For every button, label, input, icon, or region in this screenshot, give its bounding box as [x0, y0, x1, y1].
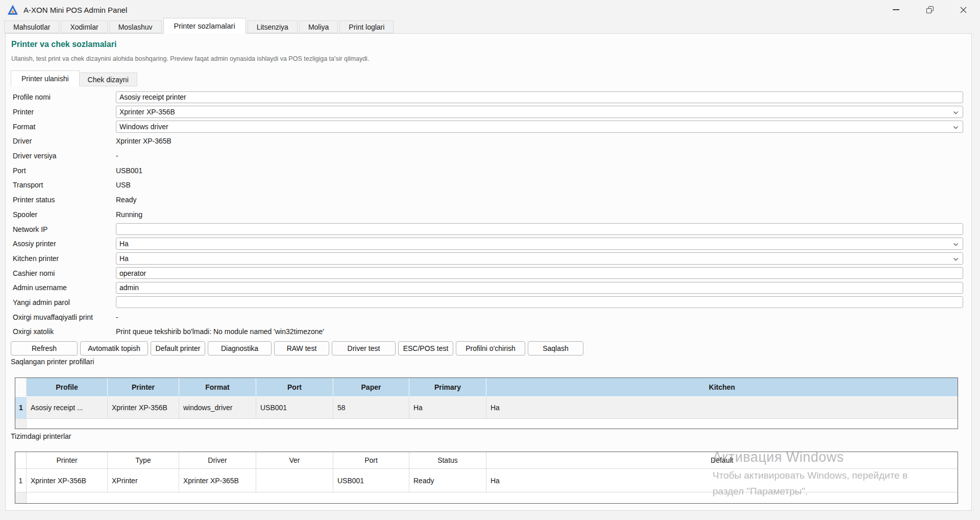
window-title: A-XON Mini POS Admin Panel [23, 6, 127, 14]
form-row: Network IP [13, 222, 963, 237]
table-cell[interactable]: windows_driver [179, 396, 256, 418]
form-control: USB001 [116, 163, 963, 178]
tab-print-loglari[interactable]: Print loglari [339, 20, 394, 33]
app-logo-icon [7, 4, 18, 15]
table-cell[interactable]: Xprinter XP-365B [179, 469, 256, 492]
admin-username-label: Admin username [13, 283, 116, 292]
tab-litsenziya[interactable]: Litsenziya [248, 20, 298, 33]
form-row: Yangi admin parol [13, 295, 963, 310]
minimize-icon [893, 9, 899, 10]
table-cell[interactable] [256, 469, 333, 492]
form-row: Admin username [13, 280, 963, 295]
table-cell[interactable]: Ready [409, 469, 486, 492]
yangi-admin-parol-input[interactable] [116, 296, 963, 308]
saved-profiles-table[interactable]: ProfilePrinterFormatPortPaperPrimaryKitc… [15, 377, 958, 429]
column-header-ver[interactable]: Ver [256, 452, 333, 469]
table-cell[interactable]: Ha [486, 469, 958, 492]
admin-username-input[interactable] [116, 282, 963, 294]
kitchen-printer-select[interactable]: Ha [116, 252, 963, 265]
row-header[interactable]: 1 [15, 469, 27, 492]
column-header-format[interactable]: Format [179, 378, 256, 396]
table-cell[interactable]: Xprinter XP-356B [108, 396, 179, 418]
tab-mahsulotlar[interactable]: Mahsulotlar [4, 20, 59, 33]
printer-settings-pane: Printer va chek sozlamalari Ulanish, tes… [5, 33, 972, 511]
refresh-button[interactable]: Refresh [11, 341, 78, 356]
titlebar: A-XON Mini POS Admin Panel [0, 0, 980, 19]
subtab-chek-dizayni[interactable]: Chek dizayni [79, 73, 137, 86]
column-header-default[interactable]: Default [486, 452, 958, 469]
system-printers-table[interactable]: PrinterTypeDriverVerPortStatusDefault1Xp… [15, 452, 958, 504]
restore-button[interactable] [913, 0, 946, 19]
default-printer-button[interactable]: Default printer [151, 341, 205, 356]
row-header[interactable]: 1 [15, 396, 27, 418]
raw-test-button[interactable]: RAW test [274, 341, 329, 356]
table-cell[interactable]: Ha [409, 396, 486, 418]
saqlash-button[interactable]: Saqlash [528, 341, 583, 356]
printer-subtabs: Printer ulanishiChek dizayni [11, 70, 137, 86]
table-cell[interactable]: USB001 [256, 396, 333, 418]
column-header-type[interactable]: Type [108, 452, 179, 469]
form-row: FormatWindows driver [13, 119, 963, 134]
row-header-empty [15, 418, 27, 429]
form-row: Oxirgi muvaffaqiyatli print- [13, 310, 963, 324]
profilni-o-chirish-button[interactable]: Profilni o'chirish [456, 341, 525, 356]
form-row: Kitchen printerHa [13, 251, 963, 266]
table-cell[interactable]: USB001 [333, 469, 409, 492]
column-header-status[interactable]: Status [409, 452, 486, 469]
table-cell[interactable]: Ha [486, 396, 958, 418]
page-subtitle: Ulanish, test print va chek dizaynini al… [11, 55, 369, 62]
diagnostika-button[interactable]: Diagnostika [208, 341, 272, 356]
tab-xodimlar[interactable]: Xodimlar [61, 20, 107, 33]
chevron-down-icon [953, 255, 959, 261]
form-control: Ha [116, 237, 963, 251]
tab-printer-sozlamalari[interactable]: Printer sozlamalari [163, 18, 246, 34]
network-ip-input[interactable] [116, 223, 963, 235]
column-header-port[interactable]: Port [256, 378, 333, 396]
minimize-button[interactable] [879, 0, 913, 19]
table-cell[interactable]: XPrinter [108, 469, 179, 492]
column-header-port[interactable]: Port [333, 452, 409, 469]
format-select[interactable]: Windows driver [116, 121, 963, 133]
driver-test-button[interactable]: Driver test [332, 341, 396, 356]
driver-value: Xprinter XP-365B [116, 137, 172, 145]
empty-row [27, 418, 958, 429]
column-header-kitchen[interactable]: Kitchen [486, 378, 958, 396]
form-control: Ready [116, 193, 963, 207]
esc-pos-test-button[interactable]: ESC/POS test [398, 341, 453, 356]
row-header-empty [15, 492, 27, 503]
cashier-nomi-input[interactable] [116, 267, 963, 279]
table-cell[interactable]: 58 [333, 396, 409, 418]
transport-value: USB [116, 181, 131, 189]
printer-select[interactable]: Xprinter XP-356B [116, 106, 963, 118]
column-header-printer[interactable]: Printer [27, 452, 108, 469]
profile-nomi-input[interactable] [116, 91, 963, 103]
asosiy-printer-select[interactable]: Ha [116, 238, 963, 250]
tab-moslashuv[interactable]: Moslashuv [109, 20, 162, 33]
column-header-profile[interactable]: Profile [27, 378, 108, 396]
close-icon [960, 7, 967, 13]
printer-form: Profile nomiPrinterXprinter XP-356BForma… [13, 90, 963, 339]
column-header-printer[interactable]: Printer [108, 378, 179, 396]
form-row: Asosiy printerHa [13, 237, 963, 251]
main-tabbar: MahsulotlarXodimlarMoslashuvPrinter sozl… [4, 19, 395, 33]
column-header-paper[interactable]: Paper [333, 378, 409, 396]
column-header-driver[interactable]: Driver [179, 452, 256, 469]
cashier-nomi-label: Cashier nomi [13, 269, 116, 277]
avtomatik-topish-button[interactable]: Avtomatik topish [80, 341, 148, 356]
kitchen-printer-label: Kitchen printer [13, 254, 116, 263]
table-cell[interactable]: Asosiy receipt ... [27, 396, 108, 418]
tab-moliya[interactable]: Moliya [299, 20, 338, 33]
form-row: PrinterXprinter XP-356B [13, 105, 963, 120]
spooler-value: Running [116, 210, 142, 219]
form-control: Ha [116, 251, 963, 266]
chevron-down-icon [953, 241, 959, 246]
subtab-printer-ulanishi[interactable]: Printer ulanishi [11, 70, 80, 86]
close-button[interactable] [946, 0, 980, 19]
form-control [116, 222, 963, 237]
form-row: Cashier nomi [13, 266, 963, 280]
form-row: Profile nomi [13, 90, 963, 105]
column-header-primary[interactable]: Primary [409, 378, 486, 396]
table-corner-cell [15, 452, 27, 469]
network-ip-label: Network IP [13, 225, 116, 233]
table-cell[interactable]: Xprinter XP-356B [27, 469, 108, 492]
